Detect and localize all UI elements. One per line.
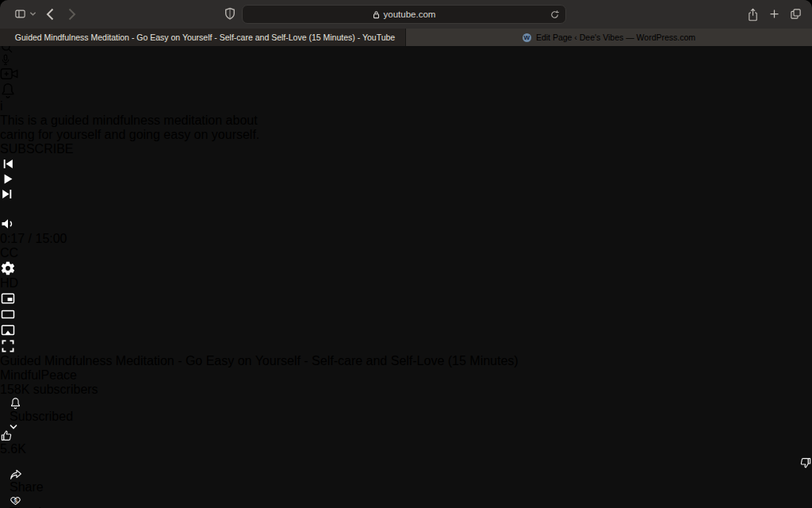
back-button-icon[interactable] <box>46 8 54 21</box>
tab-overview-icon[interactable] <box>790 8 802 20</box>
subscriber-count: 158K subscribers <box>0 383 812 397</box>
fullscreen-icon[interactable] <box>0 338 812 354</box>
settings-gear-icon[interactable]: HD <box>0 260 812 290</box>
captions-toggle-icon[interactable]: CC <box>0 246 18 260</box>
sidebar-chevron-icon[interactable] <box>29 11 36 17</box>
heart-dollar-icon: $ <box>10 495 802 506</box>
previous-button-icon[interactable] <box>0 156 812 171</box>
like-count: 5.6K <box>0 442 26 456</box>
like-button[interactable]: 5.6K <box>0 429 812 456</box>
reload-icon[interactable] <box>550 10 560 20</box>
tls-lock-icon <box>373 10 380 19</box>
tab-youtube[interactable]: Guided Mindfulness Meditation - Go Easy … <box>0 29 406 46</box>
play-on-tv-icon[interactable] <box>0 322 812 338</box>
caption-line-2: caring for yourself and going easy on yo… <box>0 128 259 141</box>
volume-icon[interactable] <box>0 216 812 232</box>
privacy-shield-icon[interactable] <box>224 7 236 21</box>
wordpress-favicon: W <box>523 33 531 42</box>
dislike-button[interactable] <box>0 456 812 469</box>
like-dislike-pill: 5.6K <box>0 429 812 469</box>
chevron-down-icon <box>10 424 802 429</box>
subscribed-button[interactable]: Subscribed <box>0 397 812 429</box>
video-title: Guided Mindfulness Meditation - Go Easy … <box>0 354 812 368</box>
share-button[interactable]: Share <box>0 469 812 495</box>
thumbs-down-icon <box>0 456 812 469</box>
thumbs-up-icon <box>0 429 812 442</box>
tab-strip: Guided Mindfulness Meditation - Go Easy … <box>0 29 812 46</box>
address-bar[interactable]: youtube.com <box>242 5 566 24</box>
create-video-icon[interactable] <box>0 66 812 82</box>
time-display: 0:17 / 15:00 <box>0 232 67 245</box>
player-controls-right: CC HD <box>0 246 812 354</box>
theater-mode-icon[interactable] <box>0 306 812 322</box>
subscribed-bell-icon <box>10 397 802 410</box>
tab-title: Guided Mindfulness Meditation - Go Easy … <box>15 33 395 42</box>
video-player[interactable]: i This is a guided mindfulness meditatio… <box>0 99 812 354</box>
next-button-icon[interactable] <box>0 187 812 202</box>
play-button-icon[interactable] <box>0 171 812 187</box>
miniplayer-icon[interactable] <box>0 291 812 306</box>
hd-quality-badge: HD <box>0 276 18 290</box>
browser-window: youtube.com Guided Mindfulness Meditatio… <box>0 0 812 508</box>
new-tab-icon[interactable] <box>768 8 780 20</box>
notifications-bell-icon[interactable] <box>0 82 812 99</box>
microphone-icon <box>0 54 812 66</box>
thanks-button[interactable]: $ Thanks <box>0 495 812 508</box>
captions-block: This is a guided mindfulness meditation … <box>0 114 812 142</box>
tab-wordpress[interactable]: W Edit Page ‹ Dee's Vibes — WordPress.co… <box>406 29 812 46</box>
video-info-icon[interactable]: i <box>0 99 812 114</box>
forward-button-icon[interactable] <box>68 8 76 21</box>
url-text: youtube.com <box>384 10 436 19</box>
voice-search-button[interactable] <box>0 54 812 66</box>
sidebar-toggle-icon[interactable] <box>13 8 27 20</box>
caption-line-1: This is a guided mindfulness meditation … <box>0 114 258 127</box>
player-controls: 0:17 / 15:00 CC HD <box>0 156 812 354</box>
channel-name[interactable]: MindfulPeace <box>0 368 812 383</box>
tab-title: Edit Page ‹ Dee's Vibes — WordPress.com <box>536 33 695 42</box>
share-icon[interactable] <box>747 8 759 21</box>
channel-watermark-label: SUBSCRIBE <box>0 142 812 156</box>
share-arrow-icon <box>10 469 802 480</box>
safari-toolbar: youtube.com <box>0 0 812 29</box>
